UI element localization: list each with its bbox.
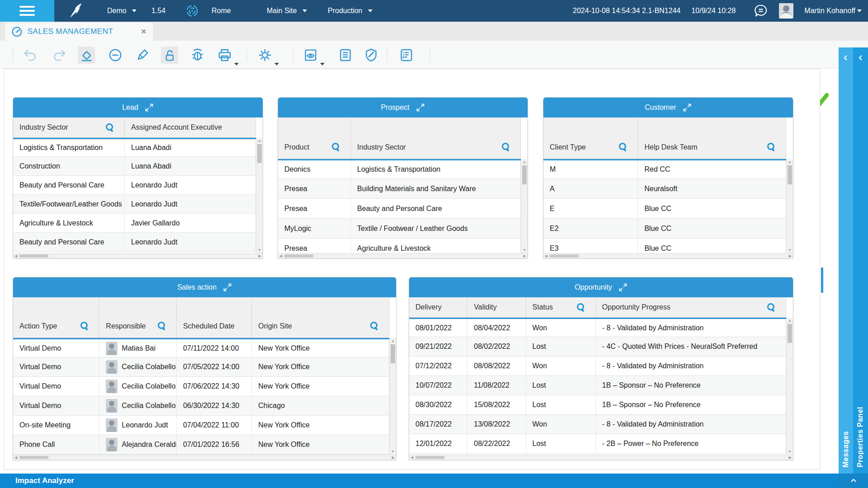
- table-row[interactable]: Phone CallAlejandra Ceraldi07/01/2022 16…: [13, 435, 389, 455]
- vertical-scrollbar[interactable]: ▲▼: [786, 318, 793, 455]
- table-row[interactable]: 07/12/202208/08/2022Won- 8 - Validated b…: [409, 357, 786, 376]
- column-header[interactable]: Assigned Account Executive: [125, 117, 256, 137]
- collapse-left-icon[interactable]: [853, 47, 868, 68]
- redo-icon[interactable]: [51, 47, 68, 64]
- table-row[interactable]: PreseaAgriculture & Livestock: [278, 239, 521, 253]
- undo-icon[interactable]: [22, 47, 39, 64]
- vertical-scrollbar[interactable]: ▲▼: [521, 159, 528, 253]
- column-header[interactable]: Action Type: [13, 297, 99, 338]
- page-scrollbar-thumb[interactable]: [821, 267, 823, 293]
- table-row[interactable]: Beauty and Personal CareLeonardo Judt: [13, 233, 256, 252]
- unlock-icon[interactable]: [161, 47, 178, 64]
- horizontal-scrollbar[interactable]: ◀▶: [409, 455, 793, 460]
- horizontal-scrollbar[interactable]: ◀▶: [13, 455, 396, 460]
- table-row[interactable]: PreseaBeauty and Personal Care: [278, 199, 521, 219]
- impact-analyzer-bar[interactable]: Impact Analyzer: [0, 474, 868, 488]
- table-row[interactable]: PreseaBuilding Materials and Sanitary Wa…: [278, 179, 521, 199]
- expand-up-button[interactable]: [839, 474, 868, 488]
- tab-sales-management[interactable]: SALES MANAGEMENT ✕: [5, 23, 153, 41]
- edit-pencil-icon[interactable]: [134, 47, 151, 64]
- panel-opportunity-title-bar[interactable]: Opportunity: [409, 277, 793, 297]
- column-header[interactable]: Responsible: [99, 297, 177, 338]
- search-icon[interactable]: [767, 142, 776, 151]
- table-row[interactable]: E2Blue CC: [543, 219, 786, 239]
- print-icon[interactable]: [216, 47, 233, 64]
- search-icon[interactable]: [618, 142, 627, 151]
- horizontal-scrollbar[interactable]: ◀▶: [543, 253, 793, 258]
- table-row[interactable]: Virtual DemoCecilia Colabello07/05/2022 …: [13, 357, 389, 377]
- column-header[interactable]: Scheduled Date: [177, 297, 252, 338]
- chevron-down-icon[interactable]: [320, 63, 325, 66]
- properties-panel-rail[interactable]: Properties Panel: [853, 47, 868, 474]
- table-row[interactable]: On-site MeetingLeonardo Judt07/04/2022 1…: [13, 416, 389, 435]
- panel-lead-title-bar[interactable]: Lead: [13, 98, 263, 117]
- table-row[interactable]: MRed CC: [543, 159, 786, 179]
- column-header[interactable]: Help Desk Team: [638, 117, 786, 159]
- list-remove-icon[interactable]: [398, 47, 415, 64]
- view-eye-icon[interactable]: [302, 47, 319, 64]
- table-row[interactable]: 08/17/202213/08/2022Won- 8 - Validated b…: [409, 415, 786, 434]
- remove-record-icon[interactable]: [107, 47, 124, 64]
- site-selector[interactable]: Main Site: [267, 0, 307, 22]
- table-row[interactable]: Virtual DemoMatias Bai07/11/2022 14:00Ne…: [13, 338, 389, 357]
- collapse-left-icon[interactable]: [839, 47, 853, 68]
- chat-icon[interactable]: [754, 4, 768, 18]
- vertical-scrollbar[interactable]: ▲▼: [389, 338, 396, 455]
- messages-rail[interactable]: Messages: [839, 47, 853, 474]
- column-header[interactable]: Industry Sector: [351, 117, 521, 159]
- search-icon[interactable]: [331, 142, 340, 151]
- column-header[interactable]: Client Type: [543, 117, 638, 159]
- shield-edit-icon[interactable]: [363, 47, 380, 64]
- chevron-down-icon[interactable]: [234, 63, 239, 66]
- table-row[interactable]: ANeuralsoft: [543, 179, 786, 199]
- table-row[interactable]: ConstructionLuana Abadi: [13, 157, 256, 176]
- table-row[interactable]: Beauty and Personal CareLeonardo Judt: [13, 176, 256, 195]
- column-header[interactable]: Product: [278, 117, 351, 159]
- settings-gear-icon[interactable]: [256, 47, 274, 64]
- table-row[interactable]: Agriculture & LivestockJavier Gallardo: [13, 214, 256, 233]
- search-icon[interactable]: [501, 142, 510, 151]
- vertical-scrollbar[interactable]: ▲▼: [256, 138, 263, 253]
- expand-icon[interactable]: [145, 103, 154, 112]
- eraser-icon[interactable]: [78, 47, 95, 64]
- column-header[interactable]: Origin Site: [252, 297, 389, 338]
- table-row[interactable]: E3Blue CC: [543, 239, 786, 253]
- table-row[interactable]: Textile/Footwear/Leather GoodsLeonardo J…: [13, 195, 256, 214]
- search-icon[interactable]: [767, 303, 776, 312]
- panel-sales-action-title-bar[interactable]: Sales action: [13, 277, 396, 297]
- panel-prospect-title-bar[interactable]: Prospect: [278, 98, 528, 117]
- environment-selector[interactable]: Production: [328, 0, 373, 22]
- column-header[interactable]: Industry Sector: [13, 117, 125, 137]
- table-row[interactable]: Virtual DemoCecilia Colabello07/06/2022 …: [13, 377, 389, 396]
- chevron-down-icon[interactable]: [274, 63, 279, 66]
- table-row[interactable]: 08/01/202208/04/2022Won- 8 - Validated b…: [409, 318, 786, 337]
- table-row[interactable]: DeonicsLogistics & Transportation: [278, 159, 521, 179]
- table-row[interactable]: MyLogicTextile / Footwear / Leather Good…: [278, 219, 521, 239]
- horizontal-scrollbar[interactable]: ◀▶: [278, 253, 528, 258]
- expand-icon[interactable]: [416, 103, 425, 112]
- demo-menu[interactable]: Demo: [107, 0, 137, 22]
- horizontal-scrollbar[interactable]: ◀▶: [13, 253, 263, 258]
- hamburger-menu-button[interactable]: [0, 0, 54, 22]
- table-row[interactable]: Virtual DemoCecilia Colabello06/30/2022 …: [13, 396, 389, 416]
- table-row[interactable]: 08/30/202215/08/2022Lost1B – Sponsor – N…: [409, 395, 786, 415]
- expand-icon[interactable]: [683, 103, 692, 112]
- expand-icon[interactable]: [618, 283, 627, 292]
- tab-close-icon[interactable]: ✕: [141, 28, 146, 36]
- search-icon[interactable]: [576, 303, 585, 312]
- debug-bug-icon[interactable]: [189, 47, 206, 64]
- search-icon[interactable]: [370, 321, 379, 330]
- column-header[interactable]: Delivery: [409, 297, 467, 317]
- column-header[interactable]: Status: [526, 297, 596, 317]
- user-menu[interactable]: Martin Kohanoff: [804, 7, 862, 15]
- expand-icon[interactable]: [223, 283, 232, 292]
- column-header[interactable]: Validity: [467, 297, 526, 317]
- table-row[interactable]: Logistics & TransportationLuana Abadi: [13, 138, 256, 157]
- table-row[interactable]: 10/07/202211/08/2022Lost1B – Sponsor – N…: [409, 376, 786, 395]
- table-row[interactable]: 09/21/202208/02/2022Lost- 4C - Quoted Wi…: [409, 337, 786, 357]
- vertical-scrollbar[interactable]: ▲▼: [786, 159, 793, 253]
- table-row[interactable]: 12/01/202208/22/2022Lost- 2B – Power – N…: [409, 434, 786, 454]
- form-document-icon[interactable]: [337, 47, 354, 64]
- search-icon[interactable]: [157, 321, 166, 330]
- search-icon[interactable]: [80, 321, 89, 330]
